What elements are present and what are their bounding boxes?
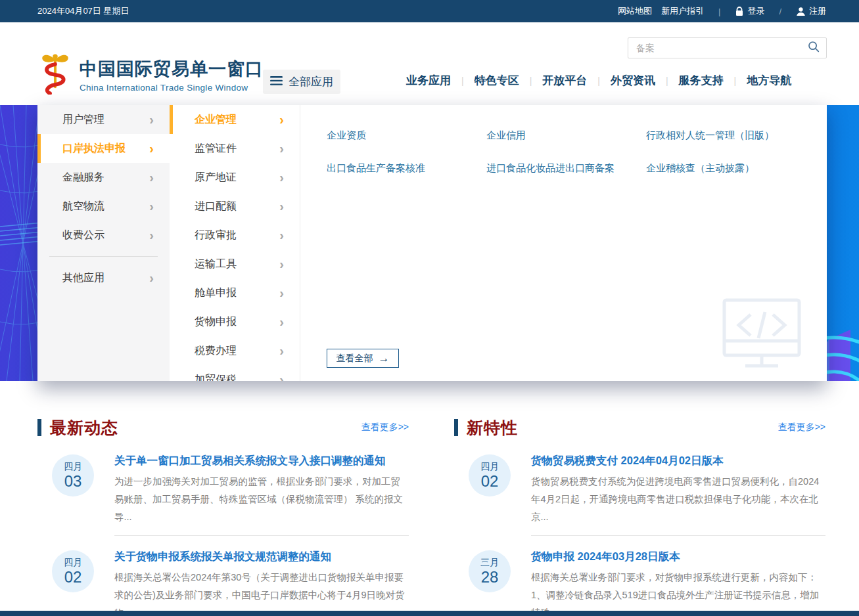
hamburger-icon: [270, 76, 283, 89]
chevron-right-icon: ›: [149, 142, 154, 155]
submenu-item-regulatory-certificates[interactable]: 监管证件›: [170, 134, 300, 163]
submenu-item-certificate-of-origin[interactable]: 原产地证›: [170, 163, 300, 192]
site-subtitle: China International Trade Single Window: [80, 83, 264, 93]
submenu-item-tax-fee-handling[interactable]: 税费办理›: [170, 336, 300, 365]
mega-link-enterprise-credit[interactable]: 企业信用: [486, 129, 646, 142]
nav-item-local-navigation[interactable]: 地方导航: [747, 73, 791, 88]
news-desc: 根据海关总署公告2024年第30号（关于调整进出口货物报关单申报要求的公告)及业…: [114, 569, 409, 616]
news-item[interactable]: 四月 02 关于货物申报系统报关单报文规范调整的通知 根据海关总署公告2024年…: [37, 549, 409, 616]
feature-item[interactable]: 四月 02 货物贸易税费支付 2024年04月02日版本 货物贸易税费支付系统为…: [454, 453, 825, 536]
news-area: 最新动态 查看更多>> 四月 03 关于单一窗口加工贸易相关系统报文导入接口调整…: [0, 381, 859, 616]
sidebar-item-air-logistics[interactable]: 航空物流›: [37, 192, 170, 221]
new-user-guide-link[interactable]: 新用户指引: [661, 5, 704, 17]
chevron-right-icon: ›: [279, 171, 284, 184]
chevron-right-icon: ›: [279, 257, 284, 271]
sidebar-item-user-management[interactable]: 用户管理›: [37, 105, 170, 134]
topbar-slash: /: [779, 7, 781, 16]
chevron-right-icon: ›: [279, 286, 284, 299]
date-badge: 四月 02: [469, 454, 511, 496]
submenu-item-administrative-approval[interactable]: 行政审批›: [170, 221, 300, 250]
all-apps-button[interactable]: 全部应用: [263, 70, 340, 94]
mega-menu: 用户管理› 口岸执法申报› 金融服务› 航空物流› 收费公示› 其他应用› 企业…: [37, 105, 827, 381]
chevron-right-icon: ›: [279, 373, 284, 381]
logo-caduceus: [37, 53, 73, 97]
code-monitor-icon: [722, 297, 802, 371]
mega-menu-level1: 用户管理› 口岸执法申报› 金融服务› 航空物流› 收费公示› 其他应用›: [37, 105, 170, 381]
mega-menu-content: 企业资质 企业信用 行政相对人统一管理（旧版） 出口食品生产备案核准 进口食品化…: [300, 105, 827, 381]
sidebar-item-financial-services[interactable]: 金融服务›: [37, 163, 170, 192]
chevron-right-icon: ›: [279, 229, 284, 242]
feature-item[interactable]: 三月 28 货物申报 2024年03月28日版本 根据海关总署业务部门要求，对货…: [454, 549, 825, 616]
chevron-right-icon: ›: [149, 171, 154, 184]
date-badge: 三月 28: [469, 550, 511, 592]
search-input[interactable]: [636, 43, 808, 53]
feature-title[interactable]: 货物贸易税费支付 2024年04月02日版本: [531, 453, 825, 468]
chevron-right-icon: ›: [279, 200, 284, 213]
chevron-right-icon: ›: [279, 315, 284, 328]
hero-banner: 用户管理› 口岸执法申报› 金融服务› 航空物流› 收费公示› 其他应用› 企业…: [0, 105, 859, 381]
latest-news-more-link[interactable]: 查看更多>>: [361, 422, 409, 433]
chevron-right-icon: ›: [149, 271, 154, 284]
mega-menu-level2: 企业管理› 监管证件› 原产地证› 进口配额› 行政审批› 运输工具› 舱单申报…: [170, 105, 300, 381]
news-desc: 为进一步加强海关对加工贸易的监管，根据业务部门要求，对加工贸易账册、加工贸易手册…: [114, 473, 409, 526]
submenu-item-transport-vehicles[interactable]: 运输工具›: [170, 250, 300, 278]
site-title: 中国国际贸易单一窗口: [80, 57, 264, 81]
submenu-item-processing-trade-bonded[interactable]: 加贸保税›: [170, 365, 300, 381]
chevron-right-icon: ›: [149, 113, 154, 126]
mega-link-import-food-cosmetics[interactable]: 进口食品化妆品进出口商备案: [486, 162, 646, 175]
topbar-separator: |: [718, 7, 720, 16]
chevron-right-icon: ›: [279, 113, 284, 126]
mega-link-admin-counterpart-mgmt[interactable]: 行政相对人统一管理（旧版）: [646, 129, 801, 142]
nav-item-business-apps[interactable]: 业务应用: [406, 73, 451, 88]
nav-item-trade-news[interactable]: 外贸资讯: [611, 73, 655, 88]
topbar: 2024年04月07日 星期日 网站地图 新用户指引 | 登录 / 注册: [0, 0, 859, 22]
submenu-item-import-quota[interactable]: 进口配额›: [170, 192, 300, 221]
view-all-button[interactable]: 查看全部 →: [327, 349, 399, 368]
person-icon: [796, 7, 806, 16]
bottom-bar: [0, 611, 859, 616]
feature-desc: 货物贸易税费支付系统为促进跨境电商零售进口贸易便利化，自2024年4月2日起，开…: [531, 473, 825, 526]
nav-item-special-zone[interactable]: 特色专区: [475, 73, 519, 88]
sidebar-item-fee-publicity[interactable]: 收费公示›: [37, 221, 170, 250]
new-features-more-link[interactable]: 查看更多>>: [778, 422, 825, 433]
sidebar-divider: [49, 256, 158, 257]
login-link[interactable]: 登录: [735, 5, 764, 17]
feature-title[interactable]: 货物申报 2024年03月28日版本: [531, 549, 825, 563]
section-accent-bar: [454, 419, 458, 436]
nav-item-service-support[interactable]: 服务支持: [679, 73, 724, 88]
chevron-right-icon: ›: [149, 200, 154, 213]
latest-news-section: 最新动态 查看更多>> 四月 03 关于单一窗口加工贸易相关系统报文导入接口调整…: [37, 381, 409, 616]
chevron-right-icon: ›: [279, 142, 284, 155]
lock-icon: [735, 7, 744, 16]
news-title[interactable]: 关于单一窗口加工贸易相关系统报文导入接口调整的通知: [114, 453, 409, 468]
arrow-right-icon: →: [379, 353, 390, 364]
mega-link-enterprise-audit[interactable]: 企业稽核查（主动披露）: [646, 162, 801, 175]
brand[interactable]: 中国国际贸易单一窗口 China International Trade Sin…: [37, 53, 264, 97]
search-box[interactable]: [628, 37, 827, 58]
mega-link-export-food-registration[interactable]: 出口食品生产备案核准: [327, 162, 486, 175]
submenu-item-enterprise-management[interactable]: 企业管理›: [170, 105, 300, 134]
header: 中国国际贸易单一窗口 China International Trade Sin…: [0, 22, 859, 105]
sidebar-item-port-enforcement[interactable]: 口岸执法申报›: [37, 134, 170, 163]
sidebar-item-other-apps[interactable]: 其他应用›: [37, 263, 170, 292]
new-features-section: 新特性 查看更多>> 四月 02 货物贸易税费支付 2024年04月02日版本 …: [454, 381, 825, 616]
feature-desc: 根据海关总署业务部门要求，对货物申报系统进行更新，内容如下：1、调整冷链食品录入…: [531, 569, 825, 616]
topbar-date: 2024年04月07日 星期日: [37, 5, 129, 17]
news-title[interactable]: 关于货物申报系统报关单报文规范调整的通知: [114, 549, 409, 563]
news-item[interactable]: 四月 03 关于单一窗口加工贸易相关系统报文导入接口调整的通知 为进一步加强海关…: [37, 453, 409, 536]
date-badge: 四月 03: [52, 454, 94, 496]
register-link[interactable]: 注册: [796, 5, 826, 17]
chevron-right-icon: ›: [149, 229, 154, 242]
latest-news-title: 最新动态: [50, 417, 118, 439]
site-map-link[interactable]: 网站地图: [618, 5, 652, 17]
submenu-item-cargo-declaration[interactable]: 货物申报›: [170, 307, 300, 336]
submenu-item-manifest-declaration[interactable]: 舱单申报›: [170, 278, 300, 307]
new-features-title: 新特性: [467, 417, 518, 439]
date-badge: 四月 02: [52, 550, 94, 592]
chevron-right-icon: ›: [279, 344, 284, 357]
mega-link-enterprise-qualification[interactable]: 企业资质: [327, 129, 486, 142]
search-icon[interactable]: [808, 41, 820, 55]
section-accent-bar: [37, 419, 41, 436]
nav-item-open-platform[interactable]: 开放平台: [542, 73, 587, 88]
main-nav: 业务应用 | 特色专区 | 开放平台 | 外贸资讯 | 服务支持 | 地方导航: [406, 73, 791, 88]
